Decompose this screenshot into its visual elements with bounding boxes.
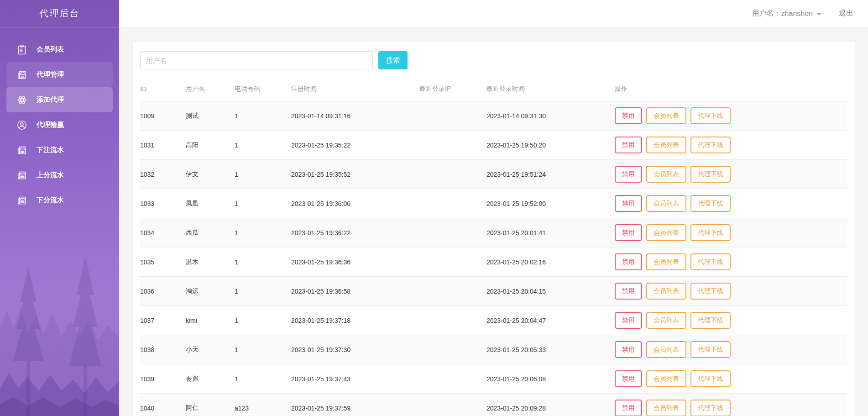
cell-id: 1038 — [140, 335, 186, 364]
topbar: 用户名： zhanshen 退出 — [119, 0, 868, 27]
column-header-4: 注册时间 — [291, 80, 419, 101]
agent-downline-button[interactable]: 代理下线 — [690, 107, 731, 124]
table-body: 1009 测试 1 2023-01-14 09:31:16 2023-01-14… — [140, 101, 847, 416]
cell-register-time: 2023-01-25 19:37:30 — [291, 335, 419, 364]
cell-username: 高阳 — [186, 131, 235, 160]
agent-downline-button[interactable]: 代理下线 — [690, 312, 731, 329]
disable-button[interactable]: 禁用 — [615, 341, 642, 358]
newspaper-icon — [16, 170, 27, 181]
cell-register-time: 2023-01-25 19:36:36 — [291, 247, 419, 277]
table-row: 1039 丧彪 1 2023-01-25 19:37:43 2023-01-25… — [140, 364, 847, 394]
disable-button[interactable]: 禁用 — [615, 137, 642, 153]
search-input[interactable] — [140, 51, 373, 69]
sidebar-item-6[interactable]: 上分流水 — [6, 163, 113, 188]
cell-actions: 禁用 会员列表 代理下线 — [615, 160, 847, 189]
member-list-button[interactable]: 会员列表 — [646, 253, 686, 270]
cell-phone: a123 — [235, 394, 291, 416]
disable-button[interactable]: 禁用 — [615, 253, 642, 270]
member-list-button[interactable]: 会员列表 — [646, 224, 686, 241]
cell-username: 凤凰 — [186, 189, 235, 218]
cell-actions: 禁用 会员列表 代理下线 — [615, 277, 847, 306]
table-row: 1037 kimi 1 2023-01-25 19:37:18 2023-01-… — [140, 306, 847, 335]
agent-downline-button[interactable]: 代理下线 — [690, 253, 731, 270]
table-row: 1038 小天 1 2023-01-25 19:37:30 2023-01-25… — [140, 335, 847, 364]
disable-button[interactable]: 禁用 — [615, 107, 642, 124]
table-row: 1034 西瓜 1 2023-01-25 19:36:22 2023-01-25… — [140, 218, 847, 247]
agent-downline-button[interactable]: 代理下线 — [690, 283, 731, 300]
member-list-button[interactable]: 会员列表 — [646, 107, 686, 124]
agent-downline-button[interactable]: 代理下线 — [690, 137, 731, 153]
cell-phone: 1 — [235, 335, 291, 364]
sidebar-item-3[interactable]: 添加代理 — [6, 87, 113, 112]
member-list-button[interactable]: 会员列表 — [646, 137, 686, 153]
column-header-1: ID — [140, 80, 186, 101]
cell-phone: 1 — [235, 189, 291, 218]
disable-button[interactable]: 禁用 — [615, 370, 642, 387]
sidebar-item-1[interactable]: 会员列表 — [6, 37, 113, 62]
cell-id: 1033 — [140, 189, 186, 218]
cell-id: 1031 — [140, 131, 186, 160]
cell-phone: 1 — [235, 247, 291, 277]
cell-username: 小天 — [186, 335, 235, 364]
cell-register-time: 2023-01-25 19:36:06 — [291, 189, 419, 218]
table-row: 1035 温木 1 2023-01-25 19:36:36 2023-01-25… — [140, 247, 847, 277]
cell-id: 1032 — [140, 160, 186, 189]
agents-table: ID用户名电话号码注册时间最近登录IP最近登录时间操作 1009 测试 1 20… — [140, 80, 847, 416]
agent-downline-button[interactable]: 代理下线 — [690, 400, 731, 416]
disable-button[interactable]: 禁用 — [615, 283, 642, 300]
cell-register-time: 2023-01-25 19:35:22 — [291, 131, 419, 160]
cell-last-login-ip — [419, 247, 486, 277]
sidebar-item-label: 会员列表 — [37, 45, 64, 54]
logout-button[interactable]: 退出 — [839, 9, 853, 18]
cell-last-login-ip — [419, 101, 486, 131]
cell-last-login-time: 2023-01-25 19:50:20 — [486, 131, 615, 160]
cell-register-time: 2023-01-25 19:37:43 — [291, 364, 419, 394]
member-list-button[interactable]: 会员列表 — [646, 400, 686, 416]
cell-last-login-time: 2023-01-25 20:05:33 — [486, 335, 615, 364]
disable-button[interactable]: 禁用 — [615, 195, 642, 212]
member-list-button[interactable]: 会员列表 — [646, 312, 686, 329]
user-circle-icon — [16, 120, 27, 131]
member-list-button[interactable]: 会员列表 — [646, 283, 686, 300]
cell-phone: 1 — [235, 218, 291, 247]
disable-button[interactable]: 禁用 — [615, 312, 642, 329]
cell-username: 温木 — [186, 247, 235, 277]
newspaper-icon — [16, 69, 27, 80]
cell-actions: 禁用 会员列表 代理下线 — [615, 306, 847, 335]
table-row: 1036 鸿运 1 2023-01-25 19:36:58 2023-01-25… — [140, 277, 847, 306]
sidebar-item-4[interactable]: 代理输赢 — [6, 112, 113, 137]
disable-button[interactable]: 禁用 — [615, 166, 642, 183]
cell-phone: 1 — [235, 131, 291, 160]
member-list-button[interactable]: 会员列表 — [646, 195, 686, 212]
sidebar-item-2[interactable]: 代理管理 — [6, 62, 113, 87]
cell-id: 1040 — [140, 394, 186, 416]
member-list-button[interactable]: 会员列表 — [646, 166, 686, 183]
sidebar-item-7[interactable]: 下分流水 — [6, 188, 113, 213]
cell-last-login-ip — [419, 189, 486, 218]
user-dropdown[interactable]: 用户名： zhanshen — [752, 9, 821, 18]
table-row: 1033 凤凰 1 2023-01-25 19:36:06 2023-01-25… — [140, 189, 847, 218]
member-list-button[interactable]: 会员列表 — [646, 341, 686, 358]
cell-last-login-ip — [419, 364, 486, 394]
agent-downline-button[interactable]: 代理下线 — [690, 370, 731, 387]
agent-downline-button[interactable]: 代理下线 — [690, 224, 731, 241]
agent-downline-button[interactable]: 代理下线 — [690, 341, 731, 358]
cell-username: 阿仁 — [186, 394, 235, 416]
cell-last-login-ip — [419, 277, 486, 306]
sidebar-item-5[interactable]: 下注流水 — [6, 137, 113, 163]
agent-downline-button[interactable]: 代理下线 — [690, 166, 731, 183]
cell-id: 1039 — [140, 364, 186, 394]
cell-register-time: 2023-01-14 09:31:16 — [291, 101, 419, 131]
cell-username: 鸿运 — [186, 277, 235, 306]
sidebar-item-label: 代理管理 — [37, 70, 64, 79]
column-header-5: 最近登录IP — [419, 80, 486, 101]
agent-downline-button[interactable]: 代理下线 — [690, 195, 731, 212]
cell-actions: 禁用 会员列表 代理下线 — [615, 335, 847, 364]
disable-button[interactable]: 禁用 — [615, 400, 642, 416]
search-button[interactable]: 搜索 — [378, 51, 408, 69]
member-list-button[interactable]: 会员列表 — [646, 370, 686, 387]
disable-button[interactable]: 禁用 — [615, 224, 642, 241]
cell-last-login-time: 2023-01-14 09:31:30 — [486, 101, 615, 131]
cell-last-login-time: 2023-01-25 19:52:00 — [486, 189, 615, 218]
column-header-2: 用户名 — [186, 80, 235, 101]
